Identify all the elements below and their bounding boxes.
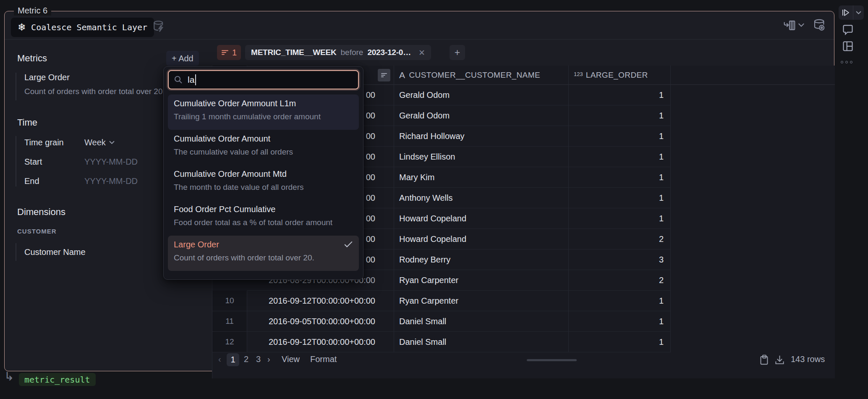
option-description: Trailing 1 month cumulative order amount [174, 112, 353, 121]
string-type-icon: A [399, 70, 405, 80]
database-bolt-icon[interactable] [152, 20, 167, 34]
time-heading: Time [17, 117, 37, 128]
row-number: 11 [212, 311, 247, 332]
cell-name: Anthony Wells [394, 188, 569, 208]
metric-description: Count of orders with order total over 20… [24, 87, 165, 96]
filter-lines-icon [221, 49, 229, 56]
option-title: Cumulative Order Ammount L1m [174, 99, 353, 108]
remove-filter-icon[interactable]: ✕ [418, 48, 425, 58]
end-date-input[interactable] [84, 176, 156, 186]
source-chip-label: Coalesce Semantic Layer [31, 22, 147, 32]
add-metric-button[interactable]: + Add [166, 51, 199, 66]
output-variable-name: metric_result [24, 375, 90, 385]
notebook-cell-canvas: ❄ Coalesce Semantic Layer [0, 0, 868, 399]
number-type-icon: 123 [574, 71, 583, 77]
add-filter-button[interactable]: + [450, 45, 465, 60]
run-cell-button[interactable] [839, 5, 864, 20]
page-button-2[interactable]: 2 [244, 354, 248, 364]
column-filter-button[interactable] [378, 69, 390, 81]
output-variable-chip[interactable]: metric_result [19, 373, 96, 386]
dropdown-option-selected[interactable]: Large Order Count of orders with order t… [168, 236, 359, 271]
cell-name: Ryan Carpenter [394, 270, 569, 291]
cell-name: Ryan Carpenter [394, 291, 569, 311]
cell-date: 2016-09-05T00:00:00+00:00 [247, 311, 394, 332]
copy-icon[interactable] [759, 354, 769, 366]
comment-icon[interactable] [842, 24, 854, 36]
dropdown-option[interactable]: Cumulative Order Amount Mtd The month to… [168, 165, 359, 200]
empty-column-header [671, 66, 835, 85]
cell-name: Howard Copeland [394, 229, 569, 249]
format-button[interactable]: Format [310, 354, 337, 364]
start-label: Start [24, 157, 84, 167]
filter-operator: before [341, 48, 363, 57]
cell-value: 1 [569, 167, 671, 188]
table-row[interactable]: 122016-09-12T00:00:00+00:00Daniel Small1 [212, 332, 671, 352]
customer-name-column-header[interactable]: A CUSTOMER__CUSTOMER_NAME [394, 66, 569, 85]
chevron-down-icon[interactable] [798, 23, 805, 27]
cell-value: 1 [569, 188, 671, 208]
option-description: Count of orders with order total over 20… [174, 253, 353, 262]
chevron-down-icon [109, 141, 115, 144]
filter-count-badge[interactable]: 1 [217, 45, 241, 60]
metric-cell-frame: ❄ Coalesce Semantic Layer [4, 11, 834, 371]
cell-date: 2016-09-12T00:00:00+00:00 [247, 332, 394, 352]
cell-label: Metric 6 [14, 6, 51, 16]
cell-name: Daniel Small [394, 332, 569, 352]
cell-value: 1 [569, 208, 671, 229]
time-grain-select[interactable]: Week [84, 138, 115, 147]
dropdown-option[interactable]: Cumulative Order Amount The cumulative v… [168, 130, 359, 165]
cell-name: Rodney Berry [394, 249, 569, 270]
more-options-icon[interactable] [841, 61, 852, 63]
cell-date: 2016-09-12T00:00:00+00:00 [247, 291, 394, 311]
column-label: LARGE_ORDER [586, 71, 648, 80]
cell-name: Lindsey Ellison [394, 147, 569, 167]
row-number: 12 [212, 332, 247, 352]
option-title: Cumulative Order Amount Mtd [174, 169, 353, 179]
dimension-list-item[interactable]: Customer Name [16, 243, 86, 261]
table-row[interactable]: 102016-09-12T00:00:00+00:00Ryan Carpente… [212, 291, 671, 311]
cell-name: Richard Holloway [394, 126, 569, 147]
metric-search-input[interactable]: la [168, 70, 359, 89]
cell-value: 1 [569, 105, 671, 126]
row-count-label: 143 rows [791, 354, 825, 364]
option-title: Cumulative Order Amount [174, 134, 353, 144]
page-button-3[interactable]: 3 [256, 354, 261, 364]
metric-name: Large Order [24, 73, 165, 82]
checkmark-icon [344, 241, 353, 248]
time-grain-label: Time grain [24, 138, 84, 147]
time-grain-value: Week [84, 138, 106, 147]
start-date-input[interactable] [84, 157, 156, 167]
large-order-column-header[interactable]: 123 LARGE_ORDER [569, 66, 671, 85]
cell-value: 1 [569, 332, 671, 352]
run-options-chevron-icon[interactable] [856, 11, 861, 15]
page-button-1[interactable]: 1 [227, 353, 239, 366]
row-number: 10 [212, 291, 247, 311]
next-page-button[interactable]: › [267, 354, 270, 364]
filter-chip[interactable]: METRIC_TIME__WEEK before 2023-12-0… ✕ [245, 45, 431, 60]
time-settings: Time grain Week Start End [16, 136, 156, 186]
download-icon[interactable] [774, 354, 785, 365]
search-text: la [188, 75, 194, 85]
metric-list-item[interactable]: Large Order Count of orders with order t… [16, 73, 165, 100]
prev-page-button[interactable]: ‹ [218, 354, 221, 364]
cell-name: Mary Kim [394, 167, 569, 188]
database-preview-icon[interactable] [813, 18, 826, 32]
snowflake-icon: ❄ [18, 22, 26, 32]
dropdown-option[interactable]: Food Order Pct Cumulative Food order tot… [168, 200, 359, 236]
table-row[interactable]: 112016-09-05T00:00:00+00:00Daniel Small1 [212, 311, 671, 332]
dropdown-option[interactable]: Cumulative Order Ammount L1m Trailing 1 … [168, 94, 359, 130]
option-description: The month to date value of all orders [174, 183, 353, 192]
filter-lines-icon [381, 72, 387, 78]
insert-table-icon[interactable] [783, 19, 796, 32]
metrics-heading: Metrics [17, 53, 47, 64]
horizontal-scrollbar[interactable] [527, 359, 577, 361]
cell-value: 2 [569, 270, 671, 291]
filter-field: METRIC_TIME__WEEK [251, 48, 337, 57]
view-button[interactable]: View [282, 354, 300, 364]
search-icon [174, 75, 183, 84]
layout-icon[interactable] [842, 40, 854, 52]
separator [853, 5, 853, 20]
dimensions-heading: Dimensions [17, 207, 65, 218]
metric-search-dropdown: la Cumulative Order Ammount L1m Trailing… [163, 66, 363, 280]
option-title: Food Order Pct Cumulative [174, 205, 353, 214]
